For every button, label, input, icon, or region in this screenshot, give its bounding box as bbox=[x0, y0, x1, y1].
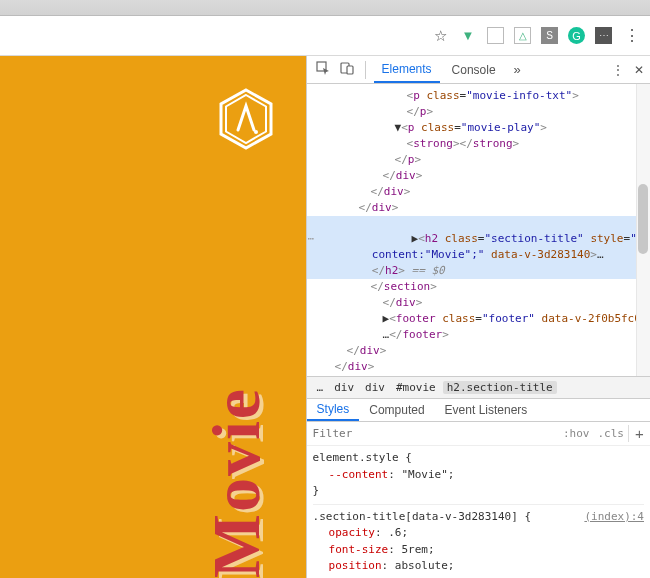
bc-item[interactable]: div bbox=[361, 381, 389, 394]
inspect-icon[interactable] bbox=[313, 61, 333, 78]
tab-console[interactable]: Console bbox=[444, 56, 504, 83]
ext-icon-2[interactable] bbox=[487, 27, 504, 44]
dom-tree[interactable]: <p class="movie-info-txt"> </p> ▼<p clas… bbox=[307, 84, 650, 376]
browser-menu-icon[interactable]: ⋮ bbox=[622, 26, 642, 45]
dom-scrollbar[interactable] bbox=[636, 84, 650, 376]
breadcrumb[interactable]: … div div #movie h2.section-title bbox=[307, 376, 650, 398]
grammarly-icon[interactable]: G bbox=[568, 27, 585, 44]
styles-tabbar: Styles Computed Event Listeners bbox=[307, 398, 650, 422]
site-logo[interactable] bbox=[218, 88, 274, 153]
svg-point-2 bbox=[254, 130, 258, 134]
bc-item-selected[interactable]: h2.section-title bbox=[443, 381, 557, 394]
bc-item[interactable]: #movie bbox=[392, 381, 440, 394]
devtools-menu-icon[interactable]: ⋮ bbox=[612, 63, 624, 77]
extension-icons: ☆ ▼ △ S G ⋯ bbox=[431, 27, 612, 45]
cls-toggle[interactable]: .cls bbox=[594, 427, 629, 440]
ext-icon-3[interactable]: △ bbox=[514, 27, 531, 44]
browser-toolbar: ☆ ▼ △ S G ⋯ ⋮ bbox=[0, 16, 650, 56]
ext-icon-6[interactable]: ⋯ bbox=[595, 27, 612, 44]
rule-section-title: (index):4 .section-title[data-v-3d283140… bbox=[313, 509, 644, 579]
tab-elements[interactable]: Elements bbox=[374, 56, 440, 83]
svg-marker-0 bbox=[221, 90, 271, 148]
page-content: Movie bbox=[0, 56, 306, 578]
devtools-close-icon[interactable]: ✕ bbox=[634, 63, 644, 77]
devtools-tabbar: Elements Console » ⋮ ✕ bbox=[307, 56, 650, 84]
styles-filter-row: :hov .cls + bbox=[307, 422, 650, 446]
bc-item[interactable]: … bbox=[313, 381, 328, 394]
source-link[interactable]: (index):4 bbox=[584, 509, 644, 526]
hov-toggle[interactable]: :hov bbox=[559, 427, 594, 440]
section-title: Movie bbox=[197, 387, 276, 578]
tab-strip bbox=[0, 0, 650, 16]
tab-computed[interactable]: Computed bbox=[359, 399, 434, 421]
styles-rules[interactable]: element.style { --content: "Movie"; } (i… bbox=[307, 446, 650, 578]
ext-icon-4[interactable]: S bbox=[541, 27, 558, 44]
styles-filter-input[interactable] bbox=[307, 427, 559, 440]
vue-icon[interactable]: ▼ bbox=[459, 27, 477, 45]
tab-event-listeners[interactable]: Event Listeners bbox=[435, 399, 538, 421]
device-toggle-icon[interactable] bbox=[337, 61, 357, 78]
rule-element-style: element.style { --content: "Movie"; } bbox=[313, 450, 644, 505]
tabs-overflow-icon[interactable]: » bbox=[508, 62, 527, 77]
bc-item[interactable]: div bbox=[330, 381, 358, 394]
selected-node: ⋯▶<h2 class="section-title" style="-- bbox=[307, 216, 650, 248]
star-icon[interactable]: ☆ bbox=[431, 27, 449, 45]
svg-rect-5 bbox=[347, 66, 353, 74]
devtools-panel: Elements Console » ⋮ ✕ <p class="movie-i… bbox=[306, 56, 650, 578]
new-rule-button[interactable]: + bbox=[628, 425, 650, 442]
tab-styles[interactable]: Styles bbox=[307, 399, 360, 421]
